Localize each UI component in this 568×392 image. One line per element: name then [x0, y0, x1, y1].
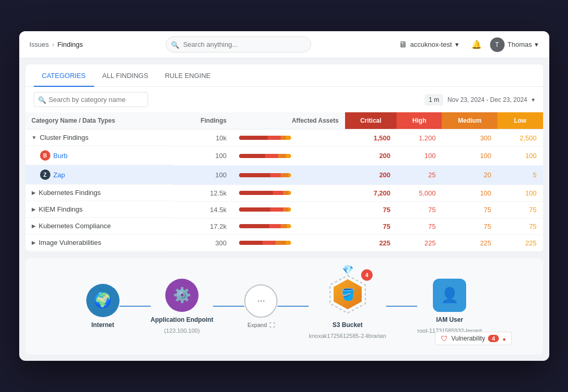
tab-bar: CATEGORIES ALL FINDINGS RULE ENGINE — [25, 64, 543, 87]
category-name-text: Kubernetes Findings — [39, 189, 101, 197]
cat-search-icon: 🔍 — [38, 96, 46, 103]
chevron-down-icon: ▾ — [455, 41, 459, 48]
sub-affected-assets-cell — [233, 146, 345, 165]
s3-wrapper: 💎 — [327, 273, 368, 317]
category-search-input[interactable] — [34, 92, 148, 107]
sub-category-name-text[interactable]: Burb — [54, 152, 68, 160]
breadcrumb: Issues › Findings — [30, 41, 83, 48]
expand-icon[interactable]: ··· — [244, 284, 278, 318]
header: Issues › Findings 🔍 🖥 accuknox-test ▾ 🔔 … — [19, 31, 549, 58]
flow-line-3 — [278, 306, 309, 307]
table-row: ▼ Cluster Findings 10k 1,500 1,200 300 2… — [25, 129, 543, 147]
date-chevron-icon[interactable]: ▾ — [532, 96, 535, 103]
sub-low-cell: 5 — [497, 165, 543, 185]
flow-graph: 🌍 Internet ⚙️ Application Endpoint (123.… — [46, 273, 522, 339]
low-cell: 75 — [497, 218, 543, 234]
col-low: Low — [497, 112, 543, 129]
category-name-text: Cluster Findings — [39, 134, 88, 141]
s3-hex-fill: 🪣 — [331, 278, 364, 311]
flow-line-4 — [386, 306, 417, 307]
affected-assets-cell — [233, 218, 345, 234]
user-name: Thomas — [508, 41, 532, 48]
col-critical: Critical — [345, 112, 397, 129]
affected-assets-cell — [233, 129, 345, 147]
table-header-row: Category Name / Data Types Findings Affe… — [25, 112, 543, 129]
shield-icon: 🛡 — [441, 334, 448, 343]
breadcrumb-issues[interactable]: Issues — [30, 41, 49, 48]
expand-arrow[interactable]: ▶ — [32, 240, 36, 245]
flow-node-app-endpoint: ⚙️ Application Endpoint (123.100.100) — [151, 279, 214, 334]
critical-cell: 225 — [345, 234, 397, 251]
category-name-text: Kubernetes Compliance — [39, 222, 111, 230]
expand-arrow[interactable]: ▶ — [32, 190, 36, 195]
s3-sublabel: knoxak1725612585-2-librarian — [309, 333, 386, 339]
warning-icon: ⬥ — [502, 334, 506, 343]
app-endpoint-icon: ⚙️ — [165, 279, 199, 312]
vulnerability-label: Vulnerability — [451, 335, 485, 342]
user-menu[interactable]: T Thomas ▾ — [490, 37, 539, 52]
tab-all-findings[interactable]: ALL FINDINGS — [94, 64, 156, 87]
medium-cell: 100 — [442, 185, 497, 201]
sub-medium-cell: 20 — [442, 165, 497, 185]
high-cell: 1,200 — [397, 129, 442, 147]
date-range-value: Nov 23, 2024 - Dec 23, 2024 — [447, 96, 527, 103]
flow-node-internet: 🌍 Internet — [86, 284, 120, 329]
sub-affected-assets-cell — [233, 165, 345, 185]
table-row: ▶ Kubernetes Findings 12.5k 7,200 5,000 … — [25, 185, 543, 201]
svg-text:🪣: 🪣 — [340, 288, 355, 302]
high-cell: 75 — [397, 218, 442, 234]
tab-rule-engine[interactable]: RULE ENGINE — [156, 64, 219, 87]
category-name-cell: ▶ KIEM Findings — [25, 201, 174, 218]
vulnerability-tag: 🛡 Vulnerability 4 ⬥ — [435, 332, 511, 345]
category-name-cell: ▶ Image Vulnerabilities — [25, 234, 174, 251]
high-cell: 225 — [397, 234, 442, 251]
avatar-initial: T — [495, 41, 499, 48]
affected-assets-cell — [233, 234, 345, 251]
col-high: High — [397, 112, 442, 129]
app-endpoint-sublabel: (123.100.100) — [164, 328, 200, 334]
col-findings: Findings — [174, 112, 233, 129]
flow-line-1 — [120, 306, 151, 307]
expand-label[interactable]: Expand ⛶ — [247, 322, 274, 328]
global-search: 🔍 — [166, 36, 311, 53]
s3-badge: 4 — [361, 269, 373, 281]
workspace-selector[interactable]: 🖥 accuknox-test ▾ — [394, 38, 463, 51]
low-cell: 2,500 — [497, 129, 543, 147]
sub-critical-cell: 200 — [345, 165, 397, 185]
breadcrumb-separator: › — [52, 41, 54, 48]
table-row: Z Zap 100 200 25 20 5 — [25, 165, 543, 185]
medium-cell: 300 — [442, 129, 497, 147]
tab-categories[interactable]: CATEGORIES — [34, 64, 94, 87]
monitor-icon: 🖥 — [399, 40, 407, 49]
app-window: Issues › Findings 🔍 🖥 accuknox-test ▾ 🔔 … — [19, 31, 549, 361]
breadcrumb-findings: Findings — [57, 41, 83, 48]
findings-cell: 17.2k — [174, 218, 233, 234]
graph-section: 🌍 Internet ⚙️ Application Endpoint (123.… — [25, 258, 543, 355]
category-name-cell: ▼ Cluster Findings — [25, 129, 174, 146]
low-cell: 100 — [497, 185, 543, 201]
findings-cell: 14.5k — [174, 201, 233, 218]
expand-arrow[interactable]: ▶ — [32, 206, 36, 212]
sub-category-name-text[interactable]: Zap — [54, 171, 65, 179]
expand-arrow-icon: ⛶ — [269, 322, 275, 328]
findings-table: Category Name / Data Types Findings Affe… — [25, 112, 543, 252]
expand-arrow[interactable]: ▼ — [32, 135, 37, 140]
category-name-cell: ▶ Kubernetes Findings — [25, 185, 174, 201]
avatar: T — [490, 37, 505, 52]
flow-line-2 — [213, 306, 244, 307]
sub-high-cell: 100 — [397, 146, 442, 165]
iam-icon: 👤 — [433, 279, 466, 312]
s3-label: S3 Bucket — [333, 321, 363, 329]
burb-icon: B — [40, 150, 50, 161]
expand-arrow[interactable]: ▶ — [32, 223, 36, 229]
low-cell: 75 — [497, 201, 543, 218]
table-row: ▶ Kubernetes Compliance 17.2k 75 75 75 7… — [25, 218, 543, 234]
flow-node-expand[interactable]: ··· Expand ⛶ — [244, 284, 278, 328]
internet-icon: 🌍 — [86, 284, 120, 317]
affected-assets-cell — [233, 201, 345, 218]
category-name-text: KIEM Findings — [39, 205, 83, 213]
medium-cell: 225 — [442, 234, 497, 251]
search-input[interactable] — [166, 36, 311, 53]
notifications-icon[interactable]: 🔔 — [471, 40, 482, 49]
sub-findings-cell: 100 — [174, 146, 233, 165]
